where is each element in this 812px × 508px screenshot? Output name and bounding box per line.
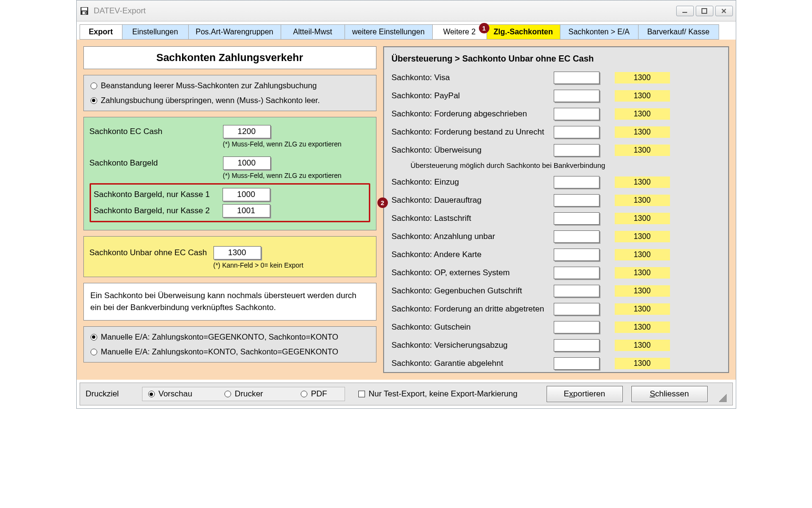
radio-icon (91, 97, 97, 104)
tab-weitere-2[interactable]: Weitere 2 1 (432, 24, 487, 40)
input-ford-dritte[interactable] (554, 303, 599, 315)
radio-label: PDF (311, 389, 327, 399)
radio-beanstandung[interactable]: Beanstandung leerer Muss-Sachkonten zur … (86, 78, 374, 93)
input-einzug[interactable] (554, 176, 599, 188)
export-button[interactable]: Exportieren (547, 386, 623, 402)
radio-pdf[interactable]: PDF (301, 389, 339, 399)
input-visa[interactable] (554, 72, 599, 84)
input-andere-karte[interactable] (554, 249, 599, 261)
radio-label: Manuelle E/A: Zahlungskonto=GEGENKONTO, … (101, 332, 338, 342)
r-label: Sachkonto: Forderung bestand zu Unrecht (392, 127, 554, 137)
input-op-extern[interactable] (554, 267, 599, 279)
input-ec-cash[interactable]: 1200 (223, 125, 271, 138)
input-paypal[interactable] (554, 90, 599, 102)
radio-icon (224, 391, 231, 397)
input-bargeld-k2[interactable]: 1001 (223, 204, 270, 218)
redbox-kassen: Sachkonto Bargeld, nur Kasse 1 1000 Sach… (90, 183, 370, 222)
input-gegenbuchen[interactable] (554, 285, 599, 297)
label-bargeld: Sachkonto Bargeld (90, 158, 223, 168)
note-panel: Ein Sachkonto bei Überweisung kann nochm… (83, 283, 376, 321)
radio-icon (91, 83, 97, 89)
app-window: DATEV-Export Export Einstellungen Pos.Ar… (76, 0, 736, 409)
value-anzahlung: 1300 (615, 231, 670, 242)
note-text: Ein Sachkonto bei Überweisung kann nochm… (91, 291, 357, 312)
r-label: Sachkonto: Lastschrift (392, 214, 554, 223)
value-dauerauftrag: 1300 (615, 195, 670, 206)
value-ford-unrecht: 1300 (615, 126, 670, 138)
tab-altteil[interactable]: Altteil-Mwst (281, 24, 345, 40)
tab-einstellungen[interactable]: Einstellungen (122, 24, 189, 40)
maximize-button[interactable] (696, 6, 713, 16)
svg-rect-3 (85, 12, 86, 14)
hint-bargeld: (*) Muss-Feld, wenn ZLG zu exportieren (90, 172, 370, 179)
label-druckziel: Druckziel (86, 389, 133, 399)
checkbox-testexport[interactable]: Nur Test-Export, keine Export-Markierung (358, 389, 518, 399)
radio-panel-1: Beanstandung leerer Muss-Sachkonten zur … (83, 75, 376, 111)
tab-barverkauf[interactable]: Barverkauf/ Kasse (638, 24, 719, 40)
value-ford-abg: 1300 (615, 108, 670, 120)
annotation-1-icon: 1 (479, 23, 489, 33)
radio-icon (91, 349, 97, 355)
radio-label: Manuelle E/A: Zahlungskonto=KONTO, Sachk… (101, 347, 338, 356)
label-unbar: Sachkonto Unbar ohne EC Cash (90, 248, 213, 258)
input-garantie[interactable] (554, 357, 599, 370)
checkbox-label: Nur Test-Export, keine Export-Markierung (369, 389, 518, 399)
titlebar: DATEV-Export (77, 0, 736, 21)
value-garantie: 1300 (615, 358, 670, 369)
r-label: Sachkonto: Einzug (392, 177, 554, 187)
tab-zlg-sachkonten[interactable]: Zlg.-Sachkonten (487, 24, 560, 40)
input-versicherung[interactable] (554, 339, 599, 352)
left-title: Sachkonten Zahlungsverkehr (84, 47, 376, 69)
tab-label: Weitere 2 (443, 28, 476, 36)
yellow-panel: Sachkonto Unbar ohne EC Cash 1300 (*) Ka… (83, 236, 376, 277)
input-anzahlung[interactable] (554, 230, 599, 243)
svg-rect-1 (81, 8, 87, 10)
radio-vorschau[interactable]: Vorschau (148, 389, 210, 399)
left-title-panel: Sachkonten Zahlungsverkehr (83, 46, 376, 69)
radio-ea-2[interactable]: Manuelle E/A: Zahlungskonto=KONTO, Sachk… (86, 344, 374, 359)
input-ueberweisung[interactable] (554, 144, 599, 156)
radio-label: Vorschau (159, 389, 193, 399)
close-app-button[interactable]: Schliessen (631, 386, 708, 402)
r-label: Sachkonto: Versicherungsabzug (392, 341, 554, 350)
value-lastschrift: 1300 (615, 213, 670, 224)
radio-ea-1[interactable]: Manuelle E/A: Zahlungskonto=GEGENKONTO, … (86, 330, 374, 344)
tab-posart[interactable]: Pos.Art-Warengruppen (188, 24, 281, 40)
input-ford-unrecht[interactable] (554, 126, 599, 138)
radio-label: Beanstandung leerer Muss-Sachkonten zur … (101, 81, 317, 90)
svg-rect-5 (702, 9, 707, 13)
value-visa: 1300 (615, 72, 670, 83)
r-label: Sachkonto: OP, externes System (392, 268, 554, 278)
resize-grip-icon[interactable] (719, 389, 727, 402)
tab-weitere-einstellungen[interactable]: weitere Einstellungen (345, 24, 433, 40)
bottom-panel: Druckziel Vorschau Drucker PDF Nur Test-… (80, 383, 733, 405)
r-label: Sachkonto: Andere Karte (392, 250, 554, 259)
tabstrip: Export Einstellungen Pos.Art-Warengruppe… (77, 21, 736, 40)
right-column: Übersteuerung > Sachkonto Unbar ohne EC … (383, 46, 729, 373)
input-lastschrift[interactable] (554, 212, 599, 225)
window-title: DATEV-Export (94, 6, 676, 16)
radio-drucker[interactable]: Drucker (224, 389, 286, 399)
radio-icon (301, 391, 307, 397)
left-column: Sachkonten Zahlungsverkehr Beanstandung … (83, 46, 376, 373)
input-bargeld-k1[interactable]: 1000 (223, 188, 270, 201)
r-label: Sachkonto: Visa (392, 73, 554, 83)
input-ford-abg[interactable] (554, 108, 599, 120)
input-unbar[interactable]: 1300 (213, 246, 261, 259)
radio-ueberspringen[interactable]: Zahlungsbuchung überspringen, wenn (Muss… (86, 93, 374, 108)
minimize-button[interactable] (676, 6, 694, 16)
value-ueberweisung: 1300 (615, 145, 670, 156)
tab-sachkonten-ea[interactable]: Sachkonten > E/A (560, 24, 639, 40)
radio-panel-ea: Manuelle E/A: Zahlungskonto=GEGENKONTO, … (83, 326, 376, 363)
input-dauerauftrag[interactable] (554, 194, 599, 207)
input-bargeld[interactable]: 1000 (223, 156, 271, 170)
value-gutschein: 1300 (615, 321, 670, 333)
input-gutschein[interactable] (554, 321, 599, 333)
r-label: Sachkonto: Forderung abgeschrieben (392, 109, 554, 119)
tab-export[interactable]: Export (80, 24, 122, 40)
hint-unbar: (*) Kann-Feld > 0= kein Export (90, 261, 370, 269)
close-button[interactable] (715, 6, 733, 16)
hint-ec: (*) Muss-Feld, wenn ZLG zu exportieren (90, 140, 370, 148)
green-panel: Sachkonto EC Cash 1200 (*) Muss-Feld, we… (83, 117, 376, 230)
value-andere-karte: 1300 (615, 249, 670, 260)
